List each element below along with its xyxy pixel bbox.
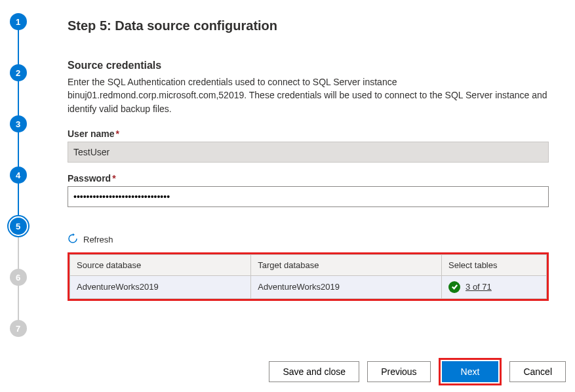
step-3[interactable]: 3 [10,115,27,132]
username-label: User name* [68,128,549,139]
col-source-db: Source database [70,254,251,275]
step-4[interactable]: 4 [10,167,27,184]
cell-source-db: AdventureWorks2019 [70,275,251,298]
previous-button[interactable]: Previous [367,361,430,382]
step-1[interactable]: 1 [10,13,27,30]
cell-target-db: AdventureWorks2019 [251,275,442,298]
table-row[interactable]: AdventureWorks2019 AdventureWorks2019 3 … [70,275,547,298]
check-icon [448,281,460,293]
cancel-button[interactable]: Cancel [509,361,566,382]
step-5[interactable]: 5 [10,218,27,235]
username-input[interactable] [68,142,549,163]
refresh-icon [68,233,78,246]
main-content: Step 5: Data source configuration Source… [36,0,575,392]
credentials-heading: Source credentials [68,60,549,71]
step-2[interactable]: 2 [10,64,27,81]
page-title: Step 5: Data source configuration [68,18,549,33]
col-select-tables: Select tables [442,254,547,275]
step-6[interactable]: 6 [10,269,27,286]
refresh-label: Refresh [83,235,113,245]
password-input[interactable] [68,186,549,207]
footer-buttons: Save and close Previous Next Cancel [269,358,566,385]
step-7[interactable]: 7 [10,320,27,337]
wizard-stepper: 1 2 3 4 5 6 7 [0,0,36,392]
database-table: Source database Target database Select t… [69,254,547,299]
save-and-close-button[interactable]: Save and close [269,361,359,382]
cell-select-tables[interactable]: 3 of 71 [442,275,547,298]
select-tables-link[interactable]: 3 of 71 [466,282,492,292]
password-label: Password* [68,173,549,184]
next-button[interactable]: Next [442,361,499,382]
next-button-highlight: Next [439,358,502,385]
refresh-button[interactable]: Refresh [68,233,113,246]
database-table-highlight: Source database Target database Select t… [68,252,549,301]
credentials-description: Enter the SQL Authentication credentials… [68,75,549,115]
col-target-db: Target database [251,254,442,275]
